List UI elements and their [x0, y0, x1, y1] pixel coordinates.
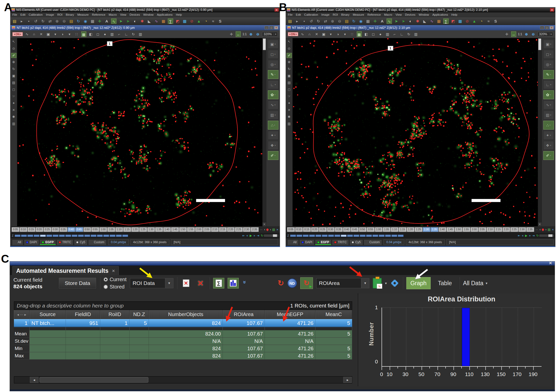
tool-icon[interactable]: ◻ — [287, 87, 292, 92]
z-segment[interactable] — [97, 235, 103, 237]
timeline-segment[interactable]: 0:55 — [367, 227, 375, 232]
analysis-tool-button[interactable]: ◻▾ — [268, 50, 278, 59]
analysis-tool-button[interactable]: ▣▾ — [268, 40, 278, 49]
menu-item[interactable]: Macro — [384, 13, 392, 16]
chevron-down-icon[interactable]: ▾ — [274, 94, 275, 96]
toolbar-icon[interactable]: ↻ — [316, 18, 321, 24]
playback-button[interactable]: ▶ — [250, 234, 252, 237]
toolbar-icon[interactable]: ▪ — [302, 18, 307, 24]
toolbar-icon[interactable]: ✱ — [415, 18, 420, 24]
z-segment[interactable] — [353, 235, 359, 237]
image-tool-icon[interactable]: ∷ — [350, 31, 355, 37]
image-tool-icon[interactable]: ▥ — [110, 31, 115, 37]
toolbar-icon[interactable]: ◣ — [147, 18, 152, 24]
z-segment[interactable] — [328, 235, 334, 237]
image-tool-icon[interactable]: ∷ — [74, 31, 79, 37]
z-segment[interactable] — [315, 235, 321, 237]
menu-item[interactable]: Applications — [432, 13, 448, 16]
pan-icon[interactable]: ✛ — [229, 31, 234, 37]
analysis-tool-button[interactable]: ∟▾ — [268, 80, 278, 89]
microscopy-image[interactable] — [17, 38, 262, 226]
toolbar-icon[interactable]: ▤ — [287, 18, 293, 24]
menu-item[interactable]: Applications — [157, 13, 173, 16]
pan-icon[interactable]: ✛ — [504, 31, 509, 37]
menu-item[interactable]: Measure — [353, 13, 364, 16]
chevron-down-icon[interactable]: ▾ — [274, 134, 275, 136]
z-segment[interactable] — [398, 235, 404, 237]
timeline-segment[interactable]: 1:35 — [155, 227, 163, 232]
timeline-segment[interactable]: 1:05 — [107, 227, 115, 232]
chevron-down-icon[interactable]: ▾ — [550, 73, 551, 76]
scrollbar-thumb[interactable] — [39, 377, 148, 383]
timeline-marker-pin-icon[interactable] — [266, 228, 269, 231]
chevron-down-icon[interactable]: ▾ — [550, 43, 551, 45]
analysis-tool-button[interactable]: ✿▾ — [543, 90, 554, 99]
menu-item[interactable]: File — [12, 13, 17, 16]
timeline-segment[interactable]: 1:55 — [463, 227, 470, 232]
table-row-selected[interactable]: 1 NT btch... 951 1 5 824 107.67 471.26 5 — [14, 319, 352, 327]
channel-tab[interactable]: TRITC — [56, 239, 73, 245]
channel-tab[interactable]: EGFP — [315, 239, 331, 245]
overlay-on-button[interactable]: ▾ON▾ — [12, 32, 23, 36]
toolbar-icon[interactable]: ◔ — [203, 18, 209, 24]
timeline-segment[interactable]: 2:20 — [503, 227, 510, 232]
toolbar-icon[interactable]: ⊘ — [465, 18, 470, 24]
toolbar-icon[interactable]: ≈ — [210, 18, 216, 24]
menu-item[interactable]: Image — [46, 13, 54, 16]
menu-item[interactable]: Calibration — [29, 13, 43, 16]
timeline-segment[interactable]: 1:10 — [391, 227, 399, 232]
delete-measurement-icon[interactable]: ✕ — [181, 278, 192, 288]
microscopy-image[interactable] — [293, 38, 538, 226]
timeline-segment[interactable]: 0:50 — [84, 227, 91, 232]
image-tool-icon[interactable]: ✕ — [39, 31, 44, 37]
playback-button[interactable]: » — [529, 234, 531, 237]
toolbar-icon[interactable]: ⇄ — [323, 18, 328, 24]
timeline-segment[interactable]: 1:05 — [383, 227, 391, 232]
timeline-segment[interactable]: 2:05 — [478, 227, 486, 232]
scroll-right-button[interactable]: ▸ — [343, 377, 352, 383]
chevron-down-icon[interactable]: ▾ — [275, 114, 276, 116]
playback-button[interactable]: » — [253, 234, 255, 237]
toolbar-icon[interactable]: ▦ — [436, 18, 442, 24]
z-segment[interactable] — [391, 235, 397, 237]
image-tool-icon[interactable]: ▣ — [46, 31, 51, 37]
tool-icon[interactable]: ✻ — [287, 60, 292, 65]
tool-icon[interactable]: ↖ — [11, 39, 16, 44]
image-vertical-scrollbar[interactable]: ▾ — [538, 38, 542, 226]
tool-icon[interactable]: ✐ — [287, 53, 292, 58]
tool-icon[interactable]: ✕ — [11, 108, 16, 113]
settings-gear-icon[interactable] — [390, 279, 399, 288]
timeline-segment[interactable]: 0:10 — [20, 227, 28, 232]
window-titlebar[interactable]: NIS-Elements AR [Current user: CJGH NIKO… — [10, 7, 280, 12]
toolbar-icon[interactable]: ⊖ — [62, 18, 67, 24]
menu-item[interactable]: Calibration — [304, 13, 318, 16]
toolbar-icon[interactable]: ⊕ — [330, 18, 335, 24]
toolbar-icon[interactable]: ⇄ — [47, 18, 53, 24]
timeline-segment[interactable]: 0:40 — [343, 227, 351, 232]
timeline-segment[interactable]: 2:30 — [518, 227, 526, 232]
toolbar-icon[interactable]: ◔ — [479, 18, 484, 24]
z-segment[interactable] — [372, 235, 378, 237]
z-segment[interactable] — [347, 235, 353, 237]
image-tool-icon[interactable]: ◻ — [95, 31, 101, 37]
toolbar-icon[interactable]: ↻ — [40, 18, 46, 24]
channel-tab[interactable]: Custom — [364, 239, 382, 245]
playback-button[interactable]: « — [246, 234, 248, 237]
toolbar-icon[interactable]: ▸ — [19, 18, 24, 24]
analysis-tool-button[interactable]: ∟▾ — [543, 80, 554, 89]
timeline-segment[interactable]: 2:35 — [526, 227, 534, 232]
toolbar-icon[interactable]: ◐ — [132, 18, 138, 24]
z-segment[interactable] — [27, 235, 33, 237]
image-tool-icon[interactable]: ↻ — [131, 31, 136, 37]
playback-button[interactable]: « — [522, 234, 524, 237]
window-close-button[interactable]: ✕ — [274, 8, 279, 12]
timeline-segment[interactable]: 2:20 — [227, 227, 235, 232]
toolbar-icon[interactable]: ⊕ — [54, 18, 60, 24]
timeline-segment[interactable]: 2:00 — [471, 227, 478, 232]
store-data-button[interactable]: Store Data — [58, 277, 96, 289]
toolbar-icon[interactable]: ∑ — [443, 18, 449, 24]
image-tool-icon[interactable]: ⌐ — [117, 31, 122, 37]
z-segment[interactable] — [53, 235, 58, 237]
toolbar-icon[interactable]: ▦ — [90, 18, 95, 24]
channel-tab[interactable]: EGFP — [39, 239, 56, 245]
